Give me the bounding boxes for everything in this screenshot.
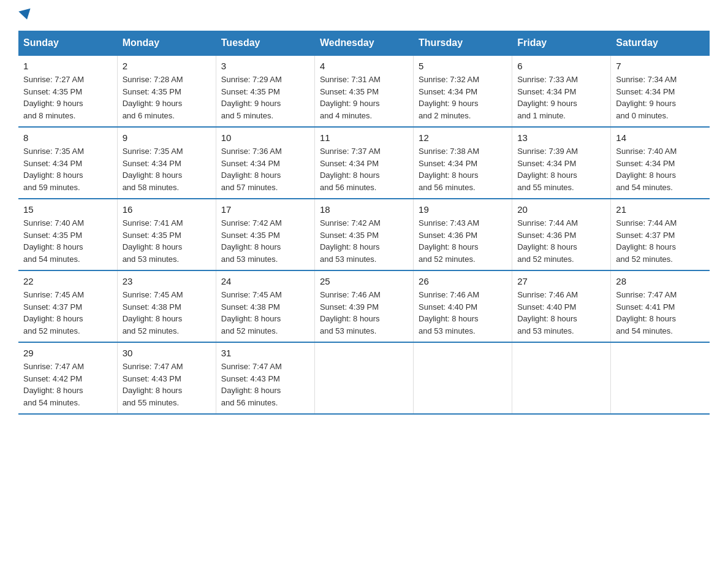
calendar-week-row: 8Sunrise: 7:35 AMSunset: 4:34 PMDaylight…: [18, 127, 710, 199]
day-number: 15: [23, 204, 112, 215]
day-info: Sunrise: 7:39 AMSunset: 4:34 PMDaylight:…: [517, 145, 605, 193]
day-number: 24: [221, 276, 309, 286]
calendar-week-row: 15Sunrise: 7:40 AMSunset: 4:35 PMDayligh…: [18, 199, 710, 270]
day-info: Sunrise: 7:47 AMSunset: 4:43 PMDaylight:…: [123, 361, 211, 408]
day-number: 29: [23, 348, 112, 358]
day-number: 19: [419, 204, 507, 215]
day-info: Sunrise: 7:45 AMSunset: 4:37 PMDaylight:…: [23, 289, 112, 337]
day-info: Sunrise: 7:45 AMSunset: 4:38 PMDaylight:…: [123, 289, 211, 337]
calendar-cell: 11Sunrise: 7:37 AMSunset: 4:34 PMDayligh…: [314, 127, 413, 199]
calendar-cell: [611, 342, 710, 414]
calendar-cell: 8Sunrise: 7:35 AMSunset: 4:34 PMDaylight…: [18, 127, 117, 199]
day-info: Sunrise: 7:28 AMSunset: 4:35 PMDaylight:…: [123, 74, 211, 121]
calendar-cell: 6Sunrise: 7:33 AMSunset: 4:34 PMDaylight…: [512, 55, 611, 127]
calendar-cell: 28Sunrise: 7:47 AMSunset: 4:41 PMDayligh…: [611, 270, 710, 342]
day-number: 31: [221, 348, 309, 358]
calendar-cell: 18Sunrise: 7:42 AMSunset: 4:35 PMDayligh…: [314, 199, 413, 270]
day-number: 28: [616, 276, 705, 286]
day-number: 8: [23, 132, 112, 143]
day-info: Sunrise: 7:29 AMSunset: 4:35 PMDaylight:…: [221, 74, 309, 121]
day-info: Sunrise: 7:46 AMSunset: 4:40 PMDaylight:…: [517, 289, 605, 337]
day-number: 22: [23, 276, 112, 286]
calendar-cell: 15Sunrise: 7:40 AMSunset: 4:35 PMDayligh…: [18, 199, 117, 270]
calendar-cell: 16Sunrise: 7:41 AMSunset: 4:35 PMDayligh…: [117, 199, 216, 270]
day-info: Sunrise: 7:44 AMSunset: 4:37 PMDaylight:…: [616, 217, 705, 265]
calendar-cell: 24Sunrise: 7:45 AMSunset: 4:38 PMDayligh…: [216, 270, 314, 342]
calendar-week-row: 1Sunrise: 7:27 AMSunset: 4:35 PMDaylight…: [18, 55, 710, 127]
day-info: Sunrise: 7:41 AMSunset: 4:35 PMDaylight:…: [123, 217, 211, 265]
day-info: Sunrise: 7:42 AMSunset: 4:35 PMDaylight:…: [221, 217, 309, 265]
day-info: Sunrise: 7:46 AMSunset: 4:39 PMDaylight:…: [320, 289, 408, 337]
calendar-cell: 1Sunrise: 7:27 AMSunset: 4:35 PMDaylight…: [18, 55, 117, 127]
day-number: 20: [517, 204, 605, 215]
day-number: 7: [616, 61, 705, 71]
day-info: Sunrise: 7:47 AMSunset: 4:42 PMDaylight:…: [23, 361, 112, 408]
calendar-cell: 19Sunrise: 7:43 AMSunset: 4:36 PMDayligh…: [414, 199, 512, 270]
day-number: 9: [123, 132, 211, 143]
calendar-week-row: 22Sunrise: 7:45 AMSunset: 4:37 PMDayligh…: [18, 270, 710, 342]
calendar-table: SundayMondayTuesdayWednesdayThursdayFrid…: [18, 31, 710, 415]
calendar-week-row: 29Sunrise: 7:47 AMSunset: 4:42 PMDayligh…: [18, 342, 710, 414]
calendar-cell: [314, 342, 413, 414]
calendar-cell: 4Sunrise: 7:31 AMSunset: 4:35 PMDaylight…: [314, 55, 413, 127]
day-number: 10: [221, 132, 309, 143]
day-number: 18: [320, 204, 408, 215]
day-number: 11: [320, 132, 408, 143]
calendar-cell: 2Sunrise: 7:28 AMSunset: 4:35 PMDaylight…: [117, 55, 216, 127]
day-number: 1: [23, 61, 112, 71]
header-friday: Friday: [512, 31, 611, 56]
calendar-cell: 14Sunrise: 7:40 AMSunset: 4:34 PMDayligh…: [611, 127, 710, 199]
calendar-cell: 10Sunrise: 7:36 AMSunset: 4:34 PMDayligh…: [216, 127, 314, 199]
day-info: Sunrise: 7:44 AMSunset: 4:36 PMDaylight:…: [517, 217, 605, 265]
calendar-cell: 26Sunrise: 7:46 AMSunset: 4:40 PMDayligh…: [414, 270, 512, 342]
header-thursday: Thursday: [414, 31, 512, 56]
day-number: 2: [123, 61, 211, 71]
calendar-cell: 20Sunrise: 7:44 AMSunset: 4:36 PMDayligh…: [512, 199, 611, 270]
calendar-cell: [512, 342, 611, 414]
day-number: 3: [221, 61, 309, 71]
day-info: Sunrise: 7:43 AMSunset: 4:36 PMDaylight:…: [419, 217, 507, 265]
day-number: 27: [517, 276, 605, 286]
header-wednesday: Wednesday: [314, 31, 413, 56]
day-number: 17: [221, 204, 309, 215]
day-number: 21: [616, 204, 705, 215]
day-info: Sunrise: 7:31 AMSunset: 4:35 PMDaylight:…: [320, 74, 408, 121]
calendar-cell: 13Sunrise: 7:39 AMSunset: 4:34 PMDayligh…: [512, 127, 611, 199]
day-info: Sunrise: 7:40 AMSunset: 4:34 PMDaylight:…: [616, 145, 705, 193]
calendar-cell: 22Sunrise: 7:45 AMSunset: 4:37 PMDayligh…: [18, 270, 117, 342]
calendar-cell: 31Sunrise: 7:47 AMSunset: 4:43 PMDayligh…: [216, 342, 314, 414]
day-number: 13: [517, 132, 605, 143]
calendar-cell: 3Sunrise: 7:29 AMSunset: 4:35 PMDaylight…: [216, 55, 314, 127]
day-number: 12: [419, 132, 507, 143]
day-number: 26: [419, 276, 507, 286]
day-info: Sunrise: 7:35 AMSunset: 4:34 PMDaylight:…: [123, 145, 211, 193]
calendar-cell: 17Sunrise: 7:42 AMSunset: 4:35 PMDayligh…: [216, 199, 314, 270]
logo: [18, 12, 32, 18]
day-info: Sunrise: 7:38 AMSunset: 4:34 PMDaylight:…: [419, 145, 507, 193]
day-number: 30: [123, 348, 211, 358]
day-number: 25: [320, 276, 408, 286]
day-number: 14: [616, 132, 705, 143]
calendar-cell: 12Sunrise: 7:38 AMSunset: 4:34 PMDayligh…: [414, 127, 512, 199]
day-number: 4: [320, 61, 408, 71]
day-number: 5: [419, 61, 507, 71]
calendar-cell: 30Sunrise: 7:47 AMSunset: 4:43 PMDayligh…: [117, 342, 216, 414]
day-info: Sunrise: 7:35 AMSunset: 4:34 PMDaylight:…: [23, 145, 112, 193]
calendar-cell: 9Sunrise: 7:35 AMSunset: 4:34 PMDaylight…: [117, 127, 216, 199]
day-number: 23: [123, 276, 211, 286]
day-number: 16: [123, 204, 211, 215]
calendar-cell: 27Sunrise: 7:46 AMSunset: 4:40 PMDayligh…: [512, 270, 611, 342]
day-number: 6: [517, 61, 605, 71]
day-info: Sunrise: 7:34 AMSunset: 4:34 PMDaylight:…: [616, 74, 705, 121]
day-info: Sunrise: 7:42 AMSunset: 4:35 PMDaylight:…: [320, 217, 408, 265]
day-info: Sunrise: 7:33 AMSunset: 4:34 PMDaylight:…: [517, 74, 605, 121]
header-tuesday: Tuesday: [216, 31, 314, 56]
header-sunday: Sunday: [18, 31, 117, 56]
calendar-cell: 25Sunrise: 7:46 AMSunset: 4:39 PMDayligh…: [314, 270, 413, 342]
calendar-cell: 5Sunrise: 7:32 AMSunset: 4:34 PMDaylight…: [414, 55, 512, 127]
day-info: Sunrise: 7:47 AMSunset: 4:41 PMDaylight:…: [616, 289, 705, 337]
header-saturday: Saturday: [611, 31, 710, 56]
day-info: Sunrise: 7:47 AMSunset: 4:43 PMDaylight:…: [221, 361, 309, 408]
day-info: Sunrise: 7:27 AMSunset: 4:35 PMDaylight:…: [23, 74, 112, 121]
day-info: Sunrise: 7:37 AMSunset: 4:34 PMDaylight:…: [320, 145, 408, 193]
